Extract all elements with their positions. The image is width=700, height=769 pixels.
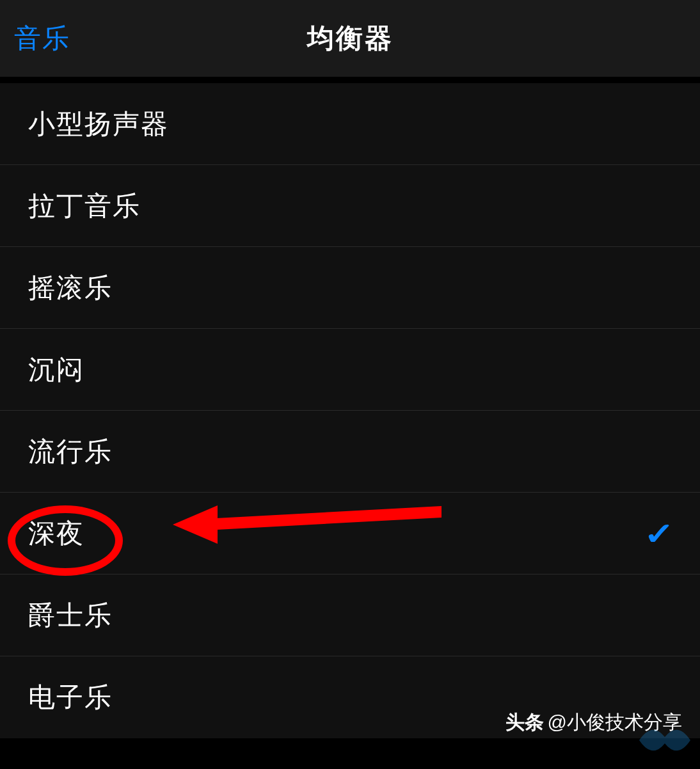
eq-latin[interactable]: 拉丁音乐	[0, 165, 700, 247]
equalizer-list: 小型扬声器 拉丁音乐 摇滚乐 沉闷 流行乐 深夜 ✓ 爵士乐 电子乐	[0, 83, 700, 738]
list-item-label: 沉闷	[28, 352, 84, 388]
list-item-label: 小型扬声器	[28, 106, 169, 142]
list-item-label: 爵士乐	[28, 598, 113, 633]
nav-header: 音乐 均衡器	[0, 0, 700, 77]
eq-late-night[interactable]: 深夜 ✓	[0, 493, 700, 575]
eq-jazz[interactable]: 爵士乐	[0, 575, 700, 656]
list-item-label: 深夜	[28, 516, 84, 551]
page-title: 均衡器	[307, 20, 394, 56]
list-item-label: 流行乐	[28, 434, 113, 470]
list-item-label: 电子乐	[28, 679, 113, 715]
checkmark-icon: ✓	[644, 516, 674, 551]
list-item-label: 拉丁音乐	[28, 188, 141, 224]
eq-electronic[interactable]: 电子乐	[0, 656, 700, 738]
eq-flat[interactable]: 沉闷	[0, 329, 700, 411]
eq-small-speakers[interactable]: 小型扬声器	[0, 83, 700, 165]
list-item-label: 摇滚乐	[28, 270, 113, 306]
eq-rock[interactable]: 摇滚乐	[0, 247, 700, 329]
back-button[interactable]: 音乐	[14, 20, 70, 56]
eq-pop[interactable]: 流行乐	[0, 411, 700, 493]
